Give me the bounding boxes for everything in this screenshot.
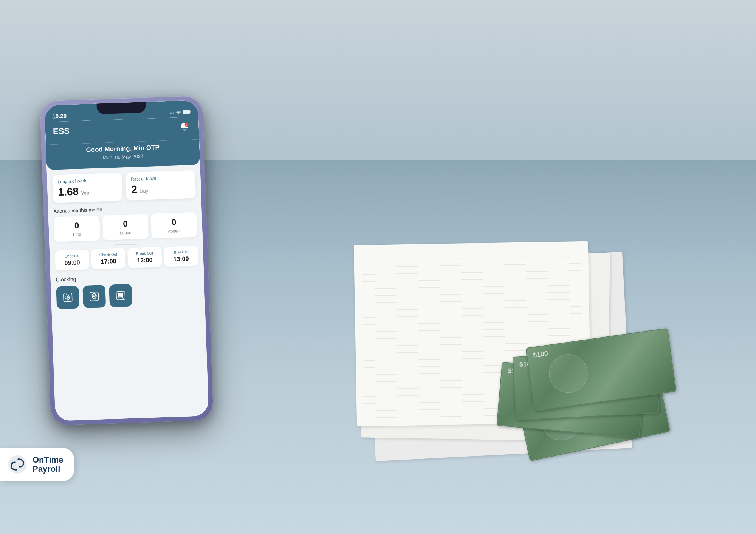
att-late-card: 0 Late (54, 215, 100, 242)
att-absent-card: 0 Absent (151, 212, 197, 238)
rest-of-leave-label: Rest of leave (131, 175, 190, 181)
clocking-buttons (56, 281, 200, 309)
phone-device: 10.28 ▪▪▪ (40, 96, 214, 426)
notification-button[interactable] (177, 120, 191, 134)
wifi-icon (176, 110, 181, 115)
status-time: 10.28 (52, 113, 67, 119)
length-of-work-value-row: 1.68 Year (58, 184, 117, 198)
logo-brand-line2: Payroll (33, 465, 64, 474)
check-out-value: 17:00 (94, 258, 124, 265)
svg-rect-0 (183, 110, 189, 114)
att-late-value: 0 (57, 220, 97, 232)
logo-overlay: OnTime Payroll (0, 448, 74, 481)
attendance-row: 0 Late 0 Leave 0 Absent (48, 212, 203, 247)
check-out-card: Check Out 17:00 (91, 248, 126, 269)
scroll-indicator (115, 244, 137, 245)
phone-body: 10.28 ▪▪▪ (40, 96, 214, 426)
check-in-label: Check In (57, 253, 87, 259)
logo-text: OnTime Payroll (33, 455, 64, 474)
break-in-card: Break In 13:00 (164, 245, 198, 267)
check-in-card: Check In 09:00 (55, 249, 90, 270)
svg-rect-1 (190, 111, 191, 113)
location-button[interactable] (82, 285, 106, 308)
rest-of-leave-value-row: 2 Day (131, 182, 191, 196)
phone-notch (96, 102, 146, 114)
clocking-section: Clocking (50, 270, 205, 314)
check-in-value: 09:00 (57, 259, 87, 267)
screen-content: ESS Good Morning, Min OTP Mon, 06 May 20… (45, 117, 209, 421)
att-leave-label: Leave (106, 230, 146, 236)
rest-of-leave-unit: Day (139, 188, 149, 194)
length-of-work-card: Length of work 1.68 Year (52, 173, 122, 203)
att-late-label: Late (57, 232, 97, 238)
length-of-work-value: 1.68 (58, 185, 79, 198)
att-absent-label: Absent (155, 228, 194, 234)
battery-icon (183, 110, 191, 115)
status-icons: ▪▪▪ (169, 110, 191, 116)
length-of-work-label: Length of work (57, 177, 116, 184)
break-out-label: Break Out (130, 251, 159, 256)
phone-screen: 10.28 ▪▪▪ (45, 100, 209, 421)
length-of-work-unit: Year (81, 190, 91, 196)
logo-brand-line1: OnTime (33, 455, 64, 465)
signal-icon: ▪▪▪ (170, 110, 174, 115)
logo-icon (8, 455, 27, 474)
check-out-label: Check Out (93, 252, 123, 257)
stats-row: Length of work 1.68 Year Rest of leave 2… (47, 165, 201, 207)
rest-of-leave-card: Rest of leave 2 Day (125, 170, 196, 201)
att-leave-value: 0 (105, 218, 146, 230)
break-out-value: 12:00 (130, 256, 160, 264)
att-leave-card: 0 Leave (102, 214, 149, 240)
svg-point-6 (93, 295, 95, 297)
money-group (491, 338, 718, 458)
camera-off-button[interactable] (109, 284, 132, 307)
break-out-card: Break Out 12:00 (127, 247, 162, 268)
fingerprint-button[interactable] (56, 286, 79, 309)
att-absent-value: 0 (154, 217, 194, 228)
rest-of-leave-value: 2 (131, 184, 138, 196)
break-in-value: 13:00 (166, 255, 196, 263)
break-in-label: Break In (166, 250, 195, 255)
app-title: ESS (53, 126, 70, 137)
